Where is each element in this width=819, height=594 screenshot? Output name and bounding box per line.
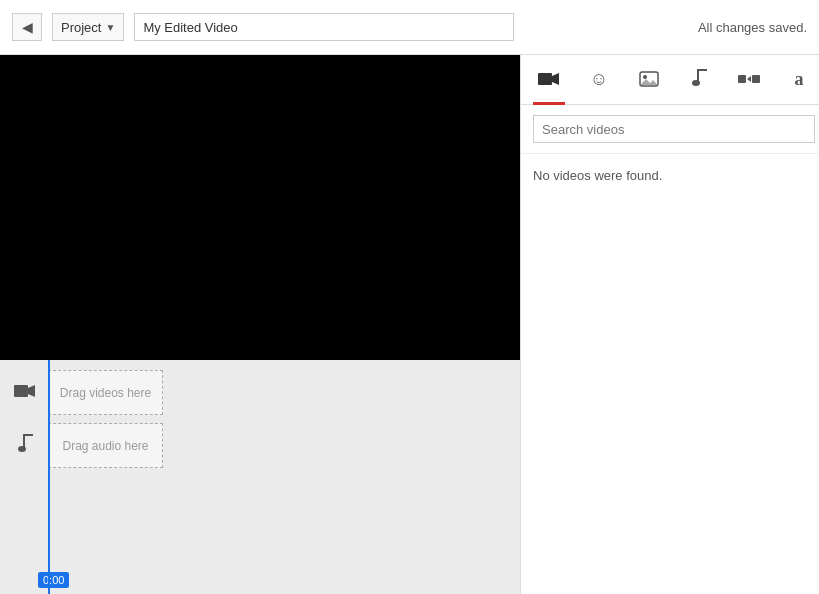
left-panel: Drag videos here Drag audio here [0,55,520,594]
audio-track-row: Drag audio here [10,423,520,468]
svg-rect-11 [697,69,707,71]
timecode-badge: 0:00 [38,572,69,588]
tab-transition[interactable] [733,56,765,105]
svg-point-8 [643,75,647,79]
svg-marker-6 [552,73,559,85]
emoji-icon: ☺ [590,69,608,90]
search-input[interactable] [533,115,815,143]
video-track-icon [10,382,40,404]
video-preview [0,55,520,360]
drag-videos-label: Drag videos here [60,386,151,400]
tab-emoji[interactable]: ☺ [583,56,615,105]
title-input[interactable] [134,13,514,41]
right-panel: ☺ [520,55,819,594]
drag-audio-label: Drag audio here [62,439,148,453]
chevron-down-icon: ▼ [105,22,115,33]
video-drop-zone[interactable]: Drag videos here [48,370,163,415]
tab-photo[interactable] [633,56,665,105]
svg-point-12 [692,80,700,86]
svg-marker-1 [28,385,35,397]
tab-music[interactable] [683,56,715,105]
project-label: Project [61,20,101,35]
search-container [521,105,819,154]
media-tabs: ☺ [521,55,819,105]
video-track-row: Drag videos here [10,370,520,415]
back-icon: ◀ [22,19,33,35]
timeline-area: Drag videos here Drag audio here [0,360,520,594]
tab-video[interactable] [533,56,565,105]
main-layout: Drag videos here Drag audio here [0,55,819,594]
svg-point-4 [18,446,26,452]
svg-rect-2 [23,434,25,448]
svg-rect-14 [752,75,760,83]
svg-marker-15 [747,76,751,82]
audio-track-icon [10,434,40,458]
project-dropdown[interactable]: Project ▼ [52,13,124,41]
tab-text[interactable]: a [783,56,815,105]
text-icon: a [795,69,804,90]
topbar: ◀ Project ▼ All changes saved. [0,0,819,55]
playhead-line [48,360,50,594]
timeline-tracks: Drag videos here Drag audio here [0,370,520,468]
audio-drop-zone[interactable]: Drag audio here [48,423,163,468]
svg-marker-9 [640,79,658,85]
back-button[interactable]: ◀ [12,13,42,41]
no-results-message: No videos were found. [521,154,819,197]
svg-rect-5 [538,73,552,85]
saved-status: All changes saved. [698,20,807,35]
svg-rect-3 [23,434,33,436]
svg-rect-0 [14,385,28,397]
svg-rect-13 [738,75,746,83]
